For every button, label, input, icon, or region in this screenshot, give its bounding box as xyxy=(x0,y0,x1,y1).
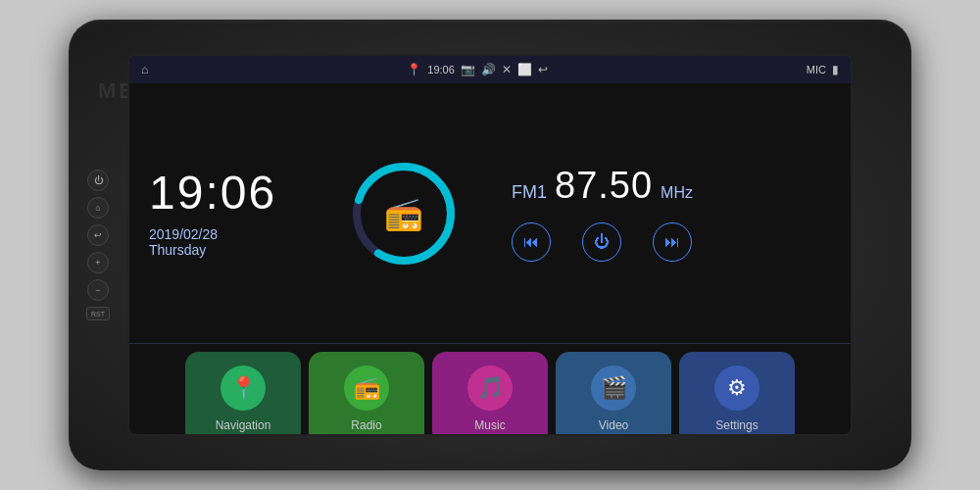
vol-up-button[interactable]: + xyxy=(87,252,109,273)
radio-circle-panel: 📻 xyxy=(316,83,492,343)
home-button[interactable]: ⌂ xyxy=(87,197,109,219)
side-buttons-panel: ⏻ ⌂ ↩ + − RST xyxy=(86,170,110,320)
location-icon: 📍 xyxy=(407,63,421,76)
play-power-button[interactable]: ⏻ xyxy=(582,222,621,262)
radio-label: Radio xyxy=(351,418,381,432)
back-status-icon: ↩ xyxy=(538,63,548,76)
status-center: 📍 19:06 📷 🔊 ✕ ⬜ ↩ xyxy=(407,63,548,76)
clock-day: Thursday xyxy=(149,242,206,258)
fm-controls: ⏮ ⏻ ⏭ xyxy=(512,222,831,262)
close-status-icon: ✕ xyxy=(502,63,512,76)
home-status-icon: ⌂ xyxy=(141,63,148,76)
vol-down-button[interactable]: − xyxy=(87,279,109,301)
video-label: Video xyxy=(599,418,628,432)
status-time: 19:06 xyxy=(427,64,455,75)
power-button[interactable]: ⏻ xyxy=(87,170,109,191)
nav-icon: 📍 xyxy=(220,366,266,411)
nav-app-tile[interactable]: 📍 Navigation xyxy=(185,352,301,436)
app-grid-area: 📍 Navigation 📻 Radio 🎵 Music 🎬 Video xyxy=(129,344,851,436)
radio-app-icon: 📻 xyxy=(344,366,389,411)
video-app-tile[interactable]: 🎬 Video xyxy=(556,352,671,436)
back-button[interactable]: ↩ xyxy=(87,224,109,246)
fm-band: FM1 xyxy=(512,182,547,203)
clock-date-value: 2019/02/28 xyxy=(149,226,218,242)
settings-icon: ⚙ xyxy=(714,366,760,411)
clock-panel: 19:06 2019/02/28 Thursday xyxy=(129,83,316,343)
main-area: 19:06 2019/02/28 Thursday xyxy=(129,83,851,436)
fm-panel: FM1 87.50 MHz ⏮ ⏻ ⏭ xyxy=(492,83,851,343)
top-half: 19:06 2019/02/28 Thursday xyxy=(129,83,851,344)
window-status-icon: ⬜ xyxy=(517,63,532,76)
volume-status-icon: 🔊 xyxy=(481,63,496,76)
music-app-tile[interactable]: 🎵 Music xyxy=(432,352,548,436)
prev-track-button[interactable]: ⏮ xyxy=(512,222,551,262)
status-left: ⌂ xyxy=(141,63,148,76)
music-icon: 🎵 xyxy=(467,366,513,411)
settings-app-tile[interactable]: ⚙ Settings xyxy=(679,352,795,436)
next-track-button[interactable]: ⏭ xyxy=(653,222,692,262)
car-unit: MEKEDE ⏻ ⌂ ↩ + − RST ⌂ 📍 19:06 📷 🔊 ✕ ⬜ ↩ xyxy=(69,20,911,470)
battery-icon: ▮ xyxy=(832,63,839,76)
radio-app-tile[interactable]: 📻 Radio xyxy=(309,352,424,436)
fm-info: FM1 87.50 MHz xyxy=(512,165,831,207)
clock-date: 2019/02/28 Thursday xyxy=(149,226,296,258)
fm-frequency: 87.50 xyxy=(555,165,653,207)
apps-row: 📍 Navigation 📻 Radio 🎵 Music 🎬 Video xyxy=(129,344,851,436)
settings-label: Settings xyxy=(715,418,758,432)
radio-center-icon: 📻 xyxy=(384,195,423,232)
nav-label: Navigation xyxy=(216,418,271,432)
rst-button[interactable]: RST xyxy=(86,307,110,320)
camera-icon: 📷 xyxy=(461,63,475,76)
music-label: Music xyxy=(474,418,505,432)
radio-visualizer: 📻 xyxy=(350,160,458,268)
mic-label: MIC xyxy=(807,64,826,75)
status-bar: ⌂ 📍 19:06 📷 🔊 ✕ ⬜ ↩ MIC ▮ xyxy=(129,56,851,83)
screen: ⌂ 📍 19:06 📷 🔊 ✕ ⬜ ↩ MIC ▮ 19:06 xyxy=(127,54,853,436)
status-right: MIC ▮ xyxy=(807,63,839,76)
video-icon: 🎬 xyxy=(591,366,636,411)
clock-time: 19:06 xyxy=(149,170,296,217)
fm-unit: MHz xyxy=(661,184,693,202)
